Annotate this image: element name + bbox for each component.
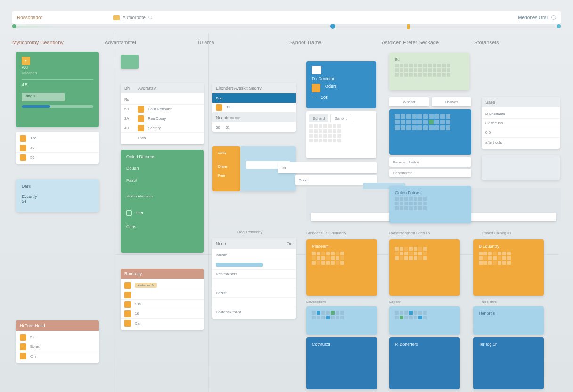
table-row[interactable]: Lbca	[121, 133, 204, 142]
input-c4-1[interactable]: Jh	[278, 162, 377, 173]
panel-category-green[interactable]: • A 8 unarson 4 5 Ring 1	[16, 52, 99, 127]
col-head-5: Astoicen Preter Seckage	[382, 40, 468, 45]
tab[interactable]: Schard	[309, 114, 328, 122]
lblue-title-c6: Neelchre	[482, 300, 497, 304]
mini-btn-2[interactable]: Fhowos	[432, 97, 471, 106]
list-item[interactable]: Bostendk tobhr	[212, 307, 296, 317]
list-item[interactable]	[212, 260, 296, 270]
list-item[interactable]: 0 5	[482, 128, 560, 138]
timeline-marker-start[interactable]	[12, 24, 16, 28]
panel-blue-c4a[interactable]: D i Contcton Oders —105	[306, 61, 376, 108]
checkbox-icon[interactable]	[126, 210, 132, 216]
square-icon	[124, 282, 131, 289]
panel-cal-c5[interactable]: Grden Fotcast	[389, 186, 471, 223]
skybox-val: 54	[22, 199, 93, 204]
green2-line: Cans	[126, 224, 198, 230]
brand-label: Rossobador	[17, 15, 42, 20]
list-item[interactable]: S'ls	[121, 300, 204, 309]
card-col3-list: NeenOc lamarn Reoiforchers Becrst Bosten…	[212, 238, 296, 318]
input-c5-1[interactable]: Benero : Bedon	[389, 157, 471, 167]
card-rose-list: Hi Trert Hend 50 Borad Clh	[16, 320, 99, 363]
lblue-card-c4[interactable]	[306, 306, 377, 335]
list-item[interactable]: lamarn	[212, 251, 296, 260]
panel-green-differs[interactable]: Ontert Dfferens Douan Pastil sterbo Abon…	[121, 150, 204, 253]
orange-row: Drare	[218, 164, 235, 169]
list-item[interactable]: 16	[121, 309, 204, 318]
card-col1-list: 100 30 50	[16, 132, 99, 164]
card-whitegrid[interactable]: SchardSanont	[306, 111, 376, 158]
timeline-marker-end[interactable]	[557, 24, 561, 28]
dblue-title: Cothrurzs	[312, 342, 371, 347]
tab[interactable]	[312, 66, 321, 74]
col-head-2: Advantamittel	[105, 40, 191, 45]
c3a-row: 10	[212, 103, 296, 112]
timeline-ruler[interactable]	[12, 26, 561, 28]
topbar-center: Authordote	[123, 15, 146, 20]
rose-head: Hi Trert Hend	[16, 320, 99, 331]
panel-blue-c5[interactable]	[389, 109, 471, 155]
gold-card-c4[interactable]: Plabeam	[306, 239, 377, 296]
timeline-marker-mid[interactable]	[330, 24, 335, 29]
timeline-marker-gold[interactable]	[407, 24, 410, 29]
gold-card-c6[interactable]: B Louantry	[473, 239, 544, 296]
list-item[interactable]: 30	[16, 143, 99, 153]
c3a-bluebar[interactable]: Dne	[212, 93, 296, 103]
table-row[interactable]: 50Pour Rebounr	[121, 105, 204, 114]
lblue-sub: Honords	[479, 311, 538, 316]
list-item[interactable]	[212, 298, 296, 307]
list-item[interactable]: Clh	[16, 351, 99, 361]
progress-fill	[22, 105, 50, 108]
gold-card-c5[interactable]	[389, 239, 460, 296]
mint-chip[interactable]	[121, 55, 139, 69]
list-item[interactable]: Car	[121, 318, 204, 328]
list-item[interactable]: 100	[16, 134, 99, 143]
mini-bar	[216, 263, 263, 267]
progress-track[interactable]	[22, 105, 93, 108]
profile-dot-icon[interactable]	[551, 15, 556, 20]
dblue-card-c4[interactable]: Cothrurzs	[306, 337, 377, 389]
dblue-title: P. Donerters	[395, 342, 454, 347]
topbar-right-label[interactable]: Medones Oral	[518, 15, 548, 20]
list-item[interactable]: Reoiforchers	[212, 270, 296, 279]
lblue-title-c5: Esperr	[389, 300, 401, 304]
list-item[interactable]	[212, 279, 296, 288]
dblue-card-c5[interactable]: P. Donerters	[389, 337, 460, 389]
list-item[interactable]: 50	[16, 333, 99, 342]
green2-line: Douan	[126, 166, 198, 172]
gold-row: B Louantry	[479, 244, 538, 249]
lblue-card-c5[interactable]	[389, 306, 460, 335]
col-head-1: Myticoromy Ceantiony	[12, 40, 99, 45]
square-icon	[124, 310, 131, 317]
mini-calendar	[395, 311, 454, 319]
list-item[interactable]: D Enonams	[482, 109, 560, 119]
list-item[interactable]: Borad	[16, 342, 99, 351]
square-icon	[216, 104, 222, 111]
table-row[interactable]: Rs	[121, 95, 204, 105]
panel-skybox[interactable]: Dars Eccurtfy 54	[16, 179, 99, 212]
tab[interactable]: Sanont	[330, 114, 351, 122]
list-item[interactable]: Antecer A	[121, 281, 204, 290]
list-item[interactable]: Geane Ins	[482, 119, 560, 128]
list-item[interactable]: 50	[16, 153, 99, 162]
grid-top-c5[interactable]: Bd	[389, 53, 469, 90]
square-icon	[124, 301, 131, 308]
mini-calendar[interactable]	[309, 124, 373, 142]
card-col3-a: Elrondert Avesktt Seorry Dne 10 Neontron…	[212, 83, 296, 132]
table-head: BhAvoranzy	[121, 83, 204, 93]
c4-gridtitle: Shredens La Grunuanty	[306, 231, 346, 235]
list-item[interactable]	[121, 290, 204, 300]
dblue-card-c6[interactable]: Ter Iog 1r	[473, 337, 544, 389]
list-item[interactable]: aftert-cots	[482, 138, 560, 147]
topbar: Rossobador Authordote Medones Oral	[12, 11, 561, 24]
table-row[interactable]: 3ARee Coory	[121, 114, 204, 123]
panel-orange-small[interactable]: wanty Drare Fuer	[212, 146, 240, 191]
mini-calendar	[479, 252, 538, 265]
input-c5-2[interactable]: Perontorter	[389, 169, 471, 177]
col-head-6: Storansets	[474, 40, 561, 45]
mini-btn-1[interactable]: Wheart	[389, 97, 429, 106]
table-row[interactable]: 40Sectory	[121, 123, 204, 133]
lblue-card-c6[interactable]: Honords	[473, 306, 544, 335]
square-icon	[312, 84, 320, 92]
list-item[interactable]: Becrst	[212, 288, 296, 298]
gridtop-label: Bd	[395, 57, 464, 62]
